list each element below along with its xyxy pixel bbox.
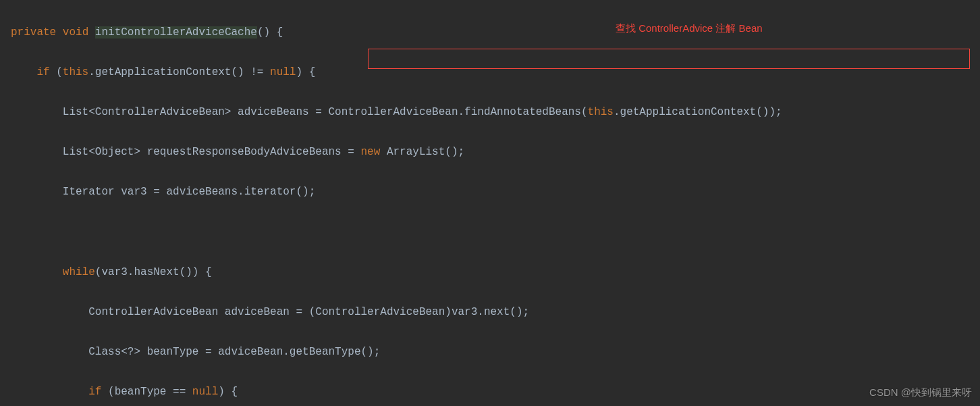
code-text: ) { [218, 386, 238, 398]
keyword-this: this [63, 66, 88, 78]
code-text: ) { [296, 66, 315, 78]
keyword-new: new [360, 146, 380, 158]
code-text: List<ControllerAdviceBean> adviceBeans =… [63, 106, 588, 118]
keyword-void: void [63, 26, 88, 39]
code-line: while(var3.hasNext()) { [11, 263, 980, 283]
code-text: (beanType == [101, 386, 192, 398]
code-line: if (beanType == null) { [11, 382, 980, 403]
code-text: Class<?> beanType = adviceBean.getBeanTy… [88, 346, 380, 358]
code-line: ControllerAdviceBean adviceBean = (Contr… [11, 303, 980, 323]
code-line: List<Object> requestResponseBodyAdviceBe… [11, 143, 980, 163]
keyword-if: if [36, 66, 49, 78]
keyword-null: null [192, 386, 218, 398]
code-line: Iterator var3 = adviceBeans.iterator(); [11, 182, 980, 203]
code-line: if (this.getApplicationContext() != null… [11, 63, 980, 83]
code-line: Class<?> beanType = adviceBean.getBeanTy… [11, 342, 980, 363]
annotation-text: 查找 ControllerAdvice 注解 Bean [616, 19, 763, 38]
method-name: initControllerAdviceCache [95, 26, 257, 39]
code-text: .getApplicationContext() != [88, 66, 270, 78]
keyword-if: if [88, 386, 101, 398]
code-line [11, 223, 980, 243]
keyword-while: while [63, 266, 95, 278]
watermark: CSDN @快到锅里来呀 [869, 383, 972, 402]
keyword-private: private [11, 26, 56, 39]
code-line: List<ControllerAdviceBean> adviceBeans =… [11, 103, 980, 123]
code-text: ( [50, 66, 63, 78]
code-text: ControllerAdviceBean adviceBean = (Contr… [88, 306, 529, 318]
keyword-this: this [588, 106, 614, 118]
code-text: List<Object> requestResponseBodyAdviceBe… [63, 146, 361, 158]
code-text: (var3.hasNext()) { [95, 266, 212, 278]
code-line: private void initControllerAdviceCache()… [11, 23, 980, 43]
code-text: .getApplicationContext()); [614, 106, 782, 118]
code-text: ArrayList(); [380, 146, 464, 158]
code-text: Iterator var3 = adviceBeans.iterator(); [63, 186, 315, 198]
code-editor[interactable]: private void initControllerAdviceCache()… [0, 0, 980, 406]
keyword-null: null [270, 66, 296, 78]
code-text: () { [257, 26, 283, 39]
